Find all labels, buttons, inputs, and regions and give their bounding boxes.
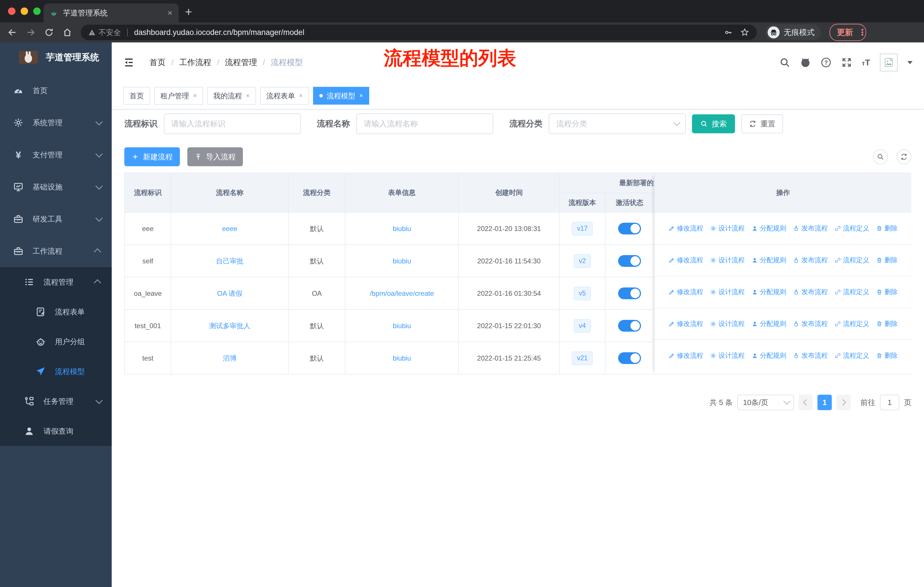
action-设计流程[interactable]: 设计流程 xyxy=(710,351,745,360)
toggle-search-button[interactable] xyxy=(873,149,888,164)
tag-close-icon[interactable]: × xyxy=(360,92,363,99)
process-name-link[interactable]: 滔博 xyxy=(223,354,237,363)
tag-close-icon[interactable]: × xyxy=(299,92,303,99)
url-text[interactable]: dashboard.yudao.iocoder.cn/bpm/manager/m… xyxy=(134,28,720,37)
sidebar-item-用户分组[interactable]: 用户分组 xyxy=(0,327,112,357)
action-流程定义[interactable]: 流程定义 xyxy=(835,351,869,360)
sidebar-item-支付管理[interactable]: ¥支付管理 xyxy=(0,139,112,171)
tab-我的流程[interactable]: 我的流程× xyxy=(207,87,256,105)
action-修改流程[interactable]: 修改流程 xyxy=(668,319,703,328)
active-toggle[interactable] xyxy=(618,255,641,267)
process-name-link[interactable]: OA 请假 xyxy=(217,289,242,298)
form-info-link[interactable]: biubiu xyxy=(393,225,411,233)
home-icon[interactable] xyxy=(63,28,72,37)
action-修改流程[interactable]: 修改流程 xyxy=(668,224,703,233)
action-删除[interactable]: 删除 xyxy=(876,224,898,233)
action-发布流程[interactable]: 发布流程 xyxy=(793,256,828,265)
action-分配规则[interactable]: 分配规则 xyxy=(752,351,786,360)
refresh-table-button[interactable] xyxy=(896,149,911,164)
breadcrumb-item[interactable]: 首页 xyxy=(150,57,165,68)
tab-租户管理[interactable]: 租户管理× xyxy=(154,87,203,105)
action-修改流程[interactable]: 修改流程 xyxy=(668,256,703,265)
breadcrumb-item[interactable]: 工作流程 xyxy=(179,57,211,68)
action-删除[interactable]: 删除 xyxy=(876,256,898,265)
active-toggle[interactable] xyxy=(618,288,641,299)
process-category-select[interactable]: 流程分类 xyxy=(549,114,686,134)
security-chip[interactable]: 不安全 xyxy=(88,28,121,38)
font-size-icon[interactable]: тT xyxy=(862,58,870,67)
process-key-input[interactable] xyxy=(164,114,301,134)
browser-tab[interactable]: 芋道管理系统 × xyxy=(43,3,179,22)
action-发布流程[interactable]: 发布流程 xyxy=(793,319,828,328)
sidebar-item-首页[interactable]: 首页 xyxy=(0,74,112,107)
page-size-select[interactable]: 10条/页 xyxy=(737,395,794,410)
tag-close-icon[interactable]: × xyxy=(246,92,250,99)
tag-close-icon[interactable]: × xyxy=(193,92,197,99)
zoom-window-button[interactable] xyxy=(33,7,41,15)
sidebar-item-请假查询[interactable]: 请假查询 xyxy=(0,416,112,446)
update-button[interactable]: 更新 ⋮ xyxy=(830,24,866,41)
form-info-link[interactable]: biubiu xyxy=(393,257,411,265)
back-icon[interactable] xyxy=(7,28,17,37)
process-name-link[interactable]: eeee xyxy=(222,225,237,233)
bookmark-star-icon[interactable] xyxy=(740,28,749,37)
avatar-caret-icon[interactable] xyxy=(908,61,912,64)
address-bar[interactable]: 不安全 dashboard.yudao.iocoder.cn/bpm/manag… xyxy=(81,25,757,40)
breadcrumb-item[interactable]: 流程管理 xyxy=(225,57,257,68)
key-icon[interactable] xyxy=(724,28,733,37)
tab-首页[interactable]: 首页 xyxy=(123,87,150,105)
menu-dots-icon[interactable]: ⋮ xyxy=(858,30,861,35)
goto-page-input[interactable] xyxy=(880,395,899,410)
action-发布流程[interactable]: 发布流程 xyxy=(793,351,828,360)
action-修改流程[interactable]: 修改流程 xyxy=(668,351,703,360)
reset-button[interactable]: 重置 xyxy=(741,114,783,133)
help-icon[interactable]: ? xyxy=(821,57,832,68)
form-info-link[interactable]: biubiu xyxy=(393,354,411,362)
forward-icon[interactable] xyxy=(26,28,36,37)
sidebar-item-基础设施[interactable]: 基础设施 xyxy=(0,171,112,203)
search-icon[interactable] xyxy=(779,57,790,68)
action-分配规则[interactable]: 分配规则 xyxy=(752,256,786,265)
action-分配规则[interactable]: 分配规则 xyxy=(752,224,786,233)
form-info-link[interactable]: biubiu xyxy=(393,322,411,330)
fullscreen-icon[interactable] xyxy=(841,57,852,68)
active-toggle[interactable] xyxy=(618,223,641,235)
action-发布流程[interactable]: 发布流程 xyxy=(793,224,828,233)
action-删除[interactable]: 删除 xyxy=(876,319,898,328)
sidebar-logo[interactable]: 芋道管理系统 xyxy=(0,42,112,72)
collapse-sidebar-icon[interactable] xyxy=(123,57,135,68)
process-name-link[interactable]: 自己审批 xyxy=(216,256,243,266)
close-window-button[interactable] xyxy=(8,7,15,15)
current-page-button[interactable]: 1 xyxy=(817,395,832,410)
tab-close-icon[interactable]: × xyxy=(167,8,172,17)
action-删除[interactable]: 删除 xyxy=(876,288,898,296)
action-设计流程[interactable]: 设计流程 xyxy=(710,288,745,296)
sidebar-item-流程管理[interactable]: 流程管理 xyxy=(0,267,112,297)
active-toggle[interactable] xyxy=(618,352,641,364)
import-process-button[interactable]: 导入流程 xyxy=(187,147,243,166)
sidebar-item-系统管理[interactable]: 系统管理 xyxy=(0,107,112,139)
create-process-button[interactable]: 新建流程 xyxy=(124,147,180,166)
action-设计流程[interactable]: 设计流程 xyxy=(710,319,745,328)
action-分配规则[interactable]: 分配规则 xyxy=(752,319,786,328)
action-发布流程[interactable]: 发布流程 xyxy=(793,288,828,296)
action-设计流程[interactable]: 设计流程 xyxy=(710,224,745,233)
sidebar-item-流程表单[interactable]: 流程表单 xyxy=(0,297,112,327)
action-修改流程[interactable]: 修改流程 xyxy=(668,288,703,296)
tab-流程表单[interactable]: 流程表单× xyxy=(260,87,309,105)
action-流程定义[interactable]: 流程定义 xyxy=(835,288,869,296)
action-设计流程[interactable]: 设计流程 xyxy=(710,256,745,265)
tab-流程模型[interactable]: 流程模型× xyxy=(313,87,370,105)
github-icon[interactable] xyxy=(800,57,811,68)
action-流程定义[interactable]: 流程定义 xyxy=(835,319,869,328)
action-流程定义[interactable]: 流程定义 xyxy=(835,256,869,265)
prev-page-button[interactable] xyxy=(799,395,813,410)
sidebar-item-研发工具[interactable]: 研发工具 xyxy=(0,203,112,235)
form-info-link[interactable]: /bpm/oa/leave/create xyxy=(370,289,434,298)
sidebar-item-流程模型[interactable]: 流程模型 xyxy=(0,357,112,386)
search-button[interactable]: 搜索 xyxy=(692,114,735,133)
sidebar-item-任务管理[interactable]: 任务管理 xyxy=(0,386,112,416)
process-name-link[interactable]: 测试多审批人 xyxy=(209,321,250,331)
new-tab-button[interactable]: + xyxy=(185,5,192,19)
action-删除[interactable]: 删除 xyxy=(876,351,898,360)
